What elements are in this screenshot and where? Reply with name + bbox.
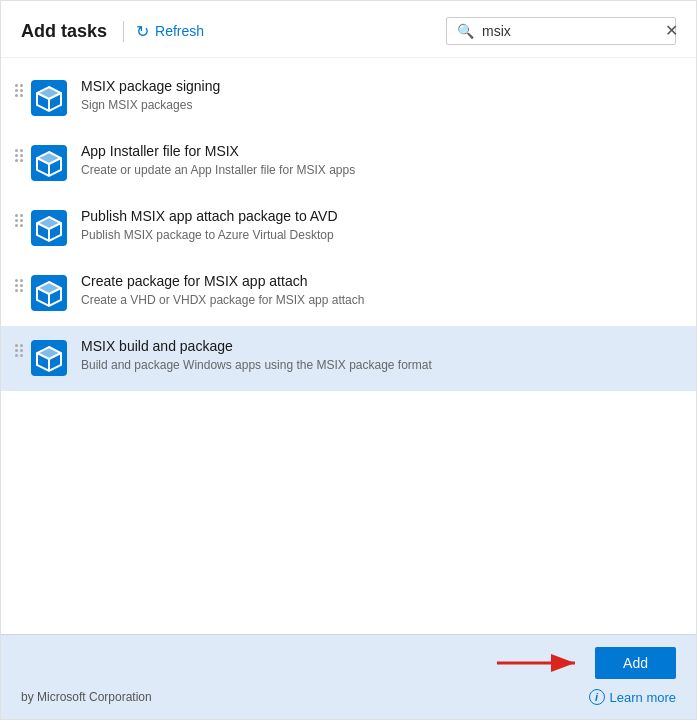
learn-more-button[interactable]: i Learn more — [589, 689, 676, 705]
task-icon — [29, 338, 69, 378]
publisher-label: by Microsoft Corporation — [21, 690, 152, 704]
task-content: Create package for MSIX app attach Creat… — [81, 273, 680, 309]
task-name: MSIX build and package — [81, 338, 680, 354]
task-description: Build and package Windows apps using the… — [81, 357, 680, 374]
header: Add tasks ↻ Refresh 🔍 ✕ — [1, 1, 696, 58]
drag-handle[interactable] — [9, 210, 29, 231]
learn-more-label: Learn more — [610, 690, 676, 705]
task-item[interactable]: Create package for MSIX app attach Creat… — [1, 261, 696, 326]
add-button[interactable]: Add — [595, 647, 676, 679]
search-icon: 🔍 — [457, 23, 474, 39]
search-input[interactable] — [482, 23, 657, 39]
drag-handle[interactable] — [9, 340, 29, 361]
add-tasks-panel: Add tasks ↻ Refresh 🔍 ✕ — [0, 0, 697, 720]
page-title: Add tasks — [21, 21, 124, 42]
task-description: Sign MSIX packages — [81, 97, 680, 114]
task-icon — [29, 143, 69, 183]
info-icon: i — [589, 689, 605, 705]
selected-panel: Add by Microsoft Corporation i Learn mor… — [1, 634, 696, 719]
refresh-button[interactable]: ↻ Refresh — [124, 18, 216, 45]
task-description: Publish MSIX package to Azure Virtual De… — [81, 227, 680, 244]
task-icon — [29, 273, 69, 313]
task-item-selected[interactable]: MSIX build and package Build and package… — [1, 326, 696, 391]
red-arrow-indicator — [497, 648, 587, 678]
selected-panel-footer: by Microsoft Corporation i Learn more — [21, 689, 676, 705]
search-clear-button[interactable]: ✕ — [665, 23, 678, 39]
task-name: MSIX package signing — [81, 78, 680, 94]
task-item[interactable]: App Installer file for MSIX Create or up… — [1, 131, 696, 196]
drag-handle[interactable] — [9, 80, 29, 101]
task-content: MSIX build and package Build and package… — [81, 338, 680, 374]
refresh-icon: ↻ — [136, 22, 149, 41]
task-icon — [29, 208, 69, 248]
task-icon — [29, 78, 69, 118]
task-content: Publish MSIX app attach package to AVD P… — [81, 208, 680, 244]
task-item[interactable]: MSIX package signing Sign MSIX packages — [1, 66, 696, 131]
task-description: Create or update an App Installer file f… — [81, 162, 680, 179]
task-list: MSIX package signing Sign MSIX packages — [1, 58, 696, 634]
task-content: MSIX package signing Sign MSIX packages — [81, 78, 680, 114]
task-content: App Installer file for MSIX Create or up… — [81, 143, 680, 179]
task-item[interactable]: Publish MSIX app attach package to AVD P… — [1, 196, 696, 261]
drag-handle[interactable] — [9, 275, 29, 296]
header-left: Add tasks ↻ Refresh — [21, 18, 216, 45]
task-name: App Installer file for MSIX — [81, 143, 680, 159]
task-name: Publish MSIX app attach package to AVD — [81, 208, 680, 224]
task-description: Create a VHD or VHDX package for MSIX ap… — [81, 292, 680, 309]
task-name: Create package for MSIX app attach — [81, 273, 680, 289]
search-box: 🔍 ✕ — [446, 17, 676, 45]
drag-handle[interactable] — [9, 145, 29, 166]
refresh-label: Refresh — [155, 23, 204, 39]
